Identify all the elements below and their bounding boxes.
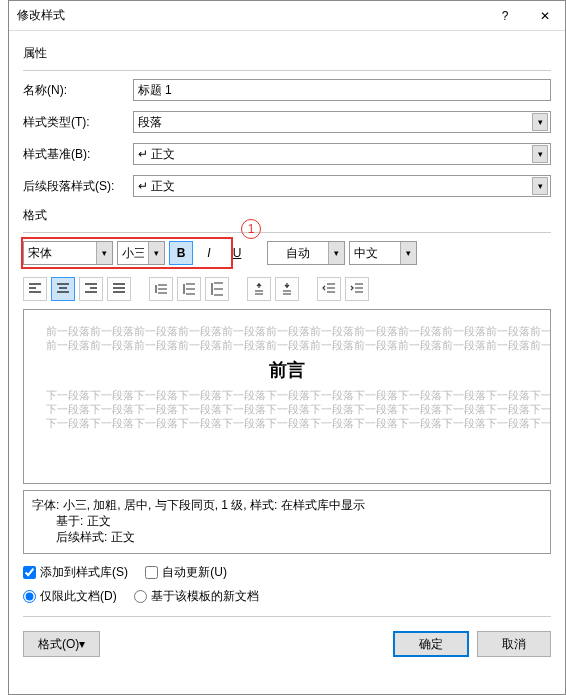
preview-before-text: 前一段落前一段落前一段落前一段落前一段落前一段落前一段落前一段落前一段落前一段落… bbox=[46, 324, 528, 338]
chevron-down-icon: ▾ bbox=[532, 145, 548, 163]
window-title: 修改样式 bbox=[17, 7, 485, 24]
titlebar: 修改样式 ? ✕ bbox=[9, 1, 565, 31]
this-document-radio[interactable]: 仅限此文档(D) bbox=[23, 588, 117, 605]
bold-button[interactable]: B bbox=[169, 241, 193, 265]
font-size-combo[interactable]: ▾ bbox=[117, 241, 165, 265]
preview-after-text: 下一段落下一段落下一段落下一段落下一段落下一段落下一段落下一段落下一段落下一段落… bbox=[46, 416, 528, 430]
style-type-label: 样式类型(T): bbox=[23, 114, 133, 131]
line-spacing-1-button[interactable] bbox=[149, 277, 173, 301]
align-justify-button[interactable] bbox=[107, 277, 131, 301]
paragraph-toolbar bbox=[23, 277, 551, 301]
style-description: 字体: 小三, 加粗, 居中, 与下段同页, 1 级, 样式: 在样式库中显示 … bbox=[23, 490, 551, 554]
annotation-marker: 1 bbox=[241, 219, 261, 239]
align-center-button[interactable] bbox=[51, 277, 75, 301]
chevron-down-icon: ▾ bbox=[400, 242, 416, 264]
line-spacing-2-button[interactable] bbox=[205, 277, 229, 301]
style-base-select[interactable]: ↵ 正文▾ bbox=[133, 143, 551, 165]
format-menu-button[interactable]: 格式(O)▾ bbox=[23, 631, 100, 657]
space-before-inc-button[interactable] bbox=[247, 277, 271, 301]
ok-button[interactable]: 确定 bbox=[393, 631, 469, 657]
preview-pane: 前一段落前一段落前一段落前一段落前一段落前一段落前一段落前一段落前一段落前一段落… bbox=[23, 309, 551, 484]
align-left-button[interactable] bbox=[23, 277, 47, 301]
italic-button[interactable]: I bbox=[197, 241, 221, 265]
style-base-label: 样式基准(B): bbox=[23, 146, 133, 163]
chevron-down-icon: ▾ bbox=[96, 242, 112, 264]
template-radio[interactable]: 基于该模板的新文档 bbox=[134, 588, 259, 605]
chevron-down-icon: ▾ bbox=[148, 242, 164, 264]
auto-update-checkbox[interactable]: 自动更新(U) bbox=[145, 564, 227, 581]
script-combo[interactable]: ▾ bbox=[349, 241, 417, 265]
format-section-label: 格式 bbox=[23, 207, 551, 224]
preview-sample-text: 前言 bbox=[46, 358, 528, 382]
font-name-combo[interactable]: ▾ bbox=[23, 241, 113, 265]
follow-style-select[interactable]: ↵ 正文▾ bbox=[133, 175, 551, 197]
underline-button[interactable]: U bbox=[225, 241, 249, 265]
space-before-dec-button[interactable] bbox=[275, 277, 299, 301]
chevron-down-icon: ▾ bbox=[328, 242, 344, 264]
name-label: 名称(N): bbox=[23, 82, 133, 99]
line-spacing-15-button[interactable] bbox=[177, 277, 201, 301]
chevron-down-icon: ▾ bbox=[532, 113, 548, 131]
align-right-button[interactable] bbox=[79, 277, 103, 301]
close-button[interactable]: ✕ bbox=[525, 1, 565, 31]
indent-decrease-button[interactable] bbox=[317, 277, 341, 301]
properties-section-label: 属性 bbox=[23, 45, 551, 62]
font-color-combo[interactable]: 自动 ▾ bbox=[267, 241, 345, 265]
preview-after-text: 下一段落下一段落下一段落下一段落下一段落下一段落下一段落下一段落下一段落下一段落… bbox=[46, 402, 528, 416]
style-type-select[interactable]: 段落▾ bbox=[133, 111, 551, 133]
modify-style-dialog: 修改样式 ? ✕ 属性 名称(N): 样式类型(T): 段落▾ 样式基准(B):… bbox=[8, 0, 566, 695]
name-input[interactable] bbox=[133, 79, 551, 101]
follow-style-label: 后续段落样式(S): bbox=[23, 178, 133, 195]
cancel-button[interactable]: 取消 bbox=[477, 631, 551, 657]
add-to-gallery-checkbox[interactable]: 添加到样式库(S) bbox=[23, 564, 128, 581]
preview-before-text: 前一段落前一段落前一段落前一段落前一段落前一段落前一段落前一段落前一段落前一段落… bbox=[46, 338, 528, 352]
indent-increase-button[interactable] bbox=[345, 277, 369, 301]
chevron-down-icon: ▾ bbox=[532, 177, 548, 195]
preview-after-text: 下一段落下一段落下一段落下一段落下一段落下一段落下一段落下一段落下一段落下一段落… bbox=[46, 388, 528, 402]
help-button[interactable]: ? bbox=[485, 1, 525, 31]
